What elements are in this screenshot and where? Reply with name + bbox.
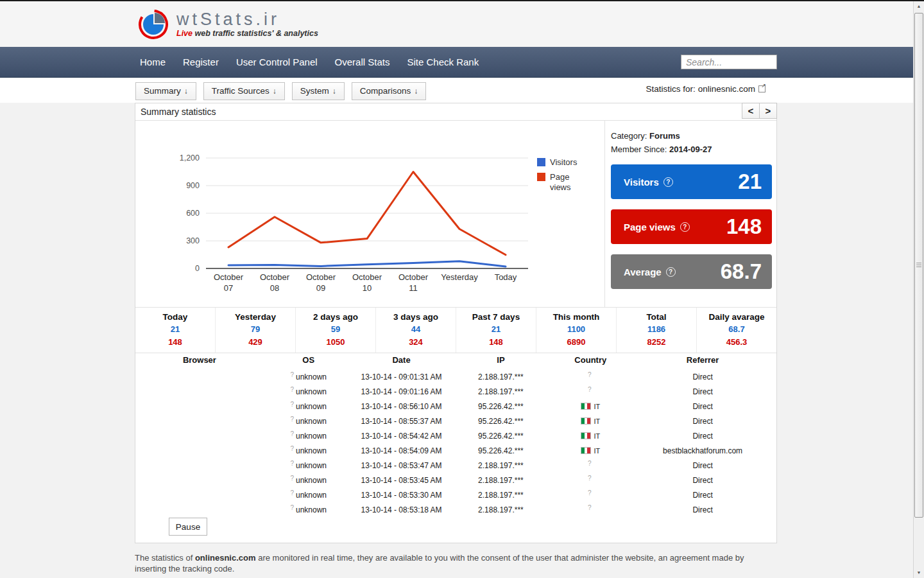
next-button[interactable]: > (759, 103, 777, 119)
date-cell: 13-10-14 - 08:54:42 AM (354, 432, 450, 441)
table-row: ?unknown13-10-14 - 08:54:09 AM95.226.42.… (135, 443, 776, 458)
logo-text: wtStats.ir Live web traffic statistics' … (176, 10, 318, 38)
table-row: ?unknown13-10-14 - 08:53:47 AM2.188.197.… (135, 458, 776, 473)
ip-cell: 2.188.197.*** (450, 476, 552, 485)
referrer-cell: Direct (629, 402, 776, 411)
chevron-down-icon: ↓ (184, 87, 188, 96)
strip-label: 3 days ago (376, 312, 456, 322)
external-link-icon[interactable] (758, 85, 766, 92)
os-cell: ?unknown (264, 417, 354, 426)
ip-cell: 95.226.42.*** (450, 432, 552, 441)
strip-col-yesterday: Yesterday79429 (215, 308, 295, 353)
referrer-cell: Direct (629, 387, 776, 396)
os-name: unknown (296, 446, 327, 455)
nav-item-user-control-panel[interactable]: User Control Panel (236, 47, 318, 77)
help-icon[interactable]: ? (680, 222, 690, 232)
country-code: IT (594, 432, 600, 440)
browser-scrollbar[interactable]: ▲ ▼ (913, 0, 924, 578)
ip-cell: 2.188.197.*** (450, 372, 552, 381)
statistics-for: Statistics for: onlinesnic.com (646, 84, 766, 94)
help-icon[interactable]: ? (666, 267, 676, 277)
ip-cell: 2.188.197.*** (450, 491, 552, 500)
strip-label: Daily avarage (697, 312, 776, 322)
prev-button[interactable]: < (742, 103, 760, 119)
strip-col-2-days-ago: 2 days ago591050 (295, 308, 375, 353)
strip-visitors-value: 79 (216, 324, 295, 334)
referrer-cell: Direct (629, 372, 776, 381)
unknown-question-icon: ? (290, 475, 294, 482)
scrollbar-thumb[interactable] (914, 13, 923, 518)
chart-area: 03006009001,200October07October08October… (135, 121, 604, 307)
country-code: IT (594, 447, 600, 455)
column-header-ip: IP (450, 355, 552, 369)
pause-button[interactable]: Pause (169, 518, 207, 536)
tab-comparisons[interactable]: Comparisons↓ (352, 82, 427, 100)
x-tick-label: October11 (398, 272, 429, 293)
scroll-down-icon[interactable]: ▼ (914, 567, 924, 578)
os-name: unknown (296, 387, 327, 396)
tab-traffic-sources[interactable]: Traffic Sources↓ (203, 82, 285, 100)
strip-col-total: Total11868252 (616, 308, 696, 353)
window-top-edge (0, 0, 924, 1)
stat-card-label: Visitors? (624, 177, 673, 188)
country-cell: IT (552, 446, 629, 455)
tab-summary[interactable]: Summary↓ (135, 82, 196, 100)
ip-cell: 95.226.42.*** (450, 446, 552, 455)
ip-cell: 95.226.42.*** (450, 417, 552, 426)
os-name: unknown (296, 402, 327, 411)
strip-label: Total (617, 312, 696, 322)
country-cell: ? (552, 372, 629, 381)
unknown-question-icon: ? (588, 386, 592, 393)
member-since-value: 2014-09-27 (669, 144, 712, 154)
country-code: IT (594, 417, 600, 425)
tagline-rest: web traffic statistics' & analytics (193, 29, 318, 38)
strip-pageviews-value: 429 (216, 337, 295, 347)
stat-card-visitors[interactable]: Visitors?21 (611, 164, 772, 199)
italy-flag-icon (581, 432, 591, 439)
strip-pageviews-value: 148 (135, 337, 215, 347)
os-cell: ?unknown (264, 387, 354, 396)
os-cell: ?unknown (264, 432, 354, 441)
site-link[interactable]: onlinesnic.com (698, 84, 755, 94)
stat-card-page-views[interactable]: Page views?148 (611, 209, 772, 244)
strip-label: This month (536, 312, 616, 322)
search-input[interactable] (681, 55, 777, 69)
unknown-question-icon: ? (290, 416, 294, 423)
stat-card-average[interactable]: Average?68.7 (611, 254, 772, 289)
os-cell: ?unknown (264, 461, 354, 470)
tab-label: Summary (144, 86, 181, 96)
strip-visitors-value: 44 (376, 324, 456, 334)
stat-card-value: 148 (726, 215, 762, 239)
referrer-cell: Direct (629, 505, 776, 514)
referrer-cell: Direct (629, 461, 776, 470)
visits-table-body: ?unknown13-10-14 - 09:01:31 AM2.188.197.… (135, 369, 776, 517)
strip-col-daily-avarage: Daily avarage68.7456.3 (696, 308, 776, 353)
os-cell: ?unknown (264, 372, 354, 381)
logo[interactable]: wtStats.ir Live web traffic statistics' … (138, 8, 318, 40)
date-cell: 13-10-14 - 08:53:47 AM (354, 461, 450, 470)
country-cell: IT (552, 432, 629, 441)
italy-flag-icon (581, 403, 591, 410)
nav-item-overall-stats[interactable]: Overall Stats (335, 47, 390, 77)
date-cell: 13-10-14 - 09:01:16 AM (354, 387, 450, 396)
legend-label: Visitors (550, 157, 577, 168)
nav-item-register[interactable]: Register (183, 47, 219, 77)
nav-item-home[interactable]: Home (140, 47, 166, 77)
os-name: unknown (296, 491, 327, 500)
y-tick-label: 300 (186, 236, 200, 245)
tab-label: System (300, 86, 329, 96)
unknown-question-icon: ? (588, 489, 592, 496)
os-name: unknown (296, 432, 327, 441)
y-tick-label: 0 (195, 264, 200, 273)
help-icon[interactable]: ? (663, 177, 673, 187)
tab-label: Traffic Sources (212, 86, 270, 96)
tab-system[interactable]: System↓ (292, 82, 345, 100)
strip-pageviews-value: 1050 (296, 337, 375, 347)
column-header-country: Country (552, 355, 629, 369)
y-tick-label: 900 (186, 181, 200, 190)
footer-site-name: onlinesnic.com (195, 553, 256, 563)
nav-item-site-check-rank[interactable]: Site Check Rank (407, 47, 479, 77)
date-cell: 13-10-14 - 08:55:37 AM (354, 417, 450, 426)
x-tick-label: October09 (306, 272, 336, 293)
scroll-up-icon[interactable]: ▲ (914, 1, 924, 12)
